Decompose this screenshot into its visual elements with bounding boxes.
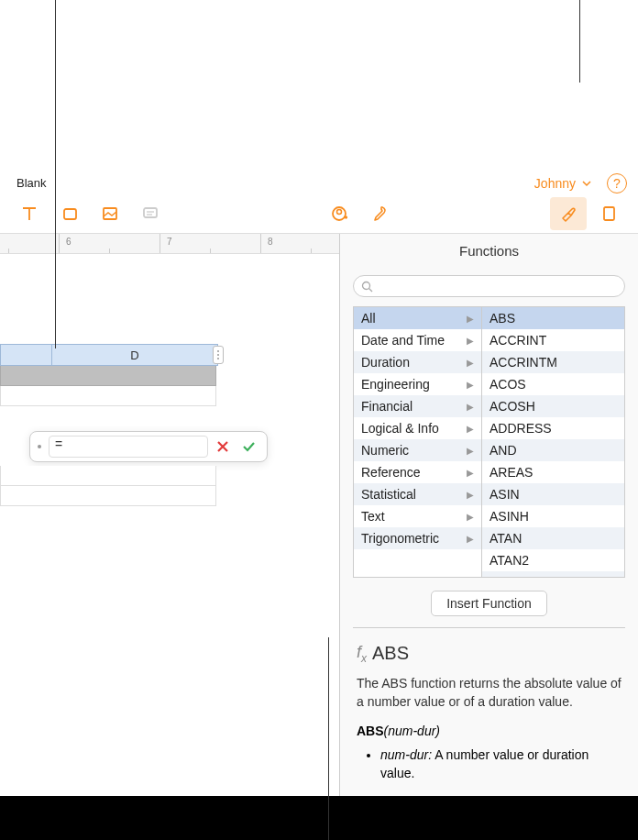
category-item[interactable]: Trigonometric▶ <box>354 527 481 549</box>
category-item[interactable]: Reference▶ <box>354 461 481 483</box>
category-item[interactable]: Date and Time▶ <box>354 329 481 351</box>
svg-rect-0 <box>64 209 76 219</box>
function-name-heading: ABS <box>372 643 409 664</box>
bottom-bar <box>0 796 638 840</box>
formula-handle-icon[interactable] <box>38 445 41 448</box>
formula-input[interactable]: = <box>49 436 208 458</box>
ruler-mark: 8 <box>268 237 273 247</box>
category-item[interactable]: Text▶ <box>354 505 481 527</box>
arrow-right-icon: ▶ <box>467 336 474 346</box>
category-item[interactable]: Financial▶ <box>354 395 481 417</box>
table-row[interactable] <box>0 486 216 506</box>
user-section: Johnny ? <box>534 173 627 193</box>
arrow-right-icon: ▶ <box>467 446 474 456</box>
arrow-right-icon: ▶ <box>467 380 474 390</box>
category-list: All▶ Date and Time▶ Duration▶ Engineerin… <box>354 307 482 577</box>
arrow-right-icon: ▶ <box>467 468 474 478</box>
confirm-button[interactable] <box>237 436 259 458</box>
arrow-right-icon: ▶ <box>467 402 474 412</box>
table: D <box>0 344 218 406</box>
function-item[interactable]: ATANH <box>482 571 624 577</box>
function-list: ABS ACCRINT ACCRINTM ACOS ACOSH ADDRESS … <box>482 307 624 577</box>
functions-panel: Functions All▶ Date and Time▶ Duration▶ … <box>339 234 638 840</box>
document-title: Blank <box>16 176 47 190</box>
function-item[interactable]: ADDRESS <box>482 417 624 439</box>
insert-function-button[interactable]: Insert Function <box>431 591 547 616</box>
titlebar: Blank Johnny ? <box>0 171 638 193</box>
category-item[interactable]: Engineering▶ <box>354 373 481 395</box>
tools-button[interactable] <box>361 197 398 230</box>
category-item[interactable]: Statistical▶ <box>354 483 481 505</box>
arrow-right-icon: ▶ <box>467 490 474 500</box>
category-item[interactable]: Numeric▶ <box>354 439 481 461</box>
media-tool-button[interactable] <box>92 197 128 230</box>
document-options-button[interactable] <box>590 197 627 230</box>
category-item[interactable]: All▶ <box>354 307 481 329</box>
category-item[interactable]: Duration▶ <box>354 351 481 373</box>
column-label: D <box>130 348 138 362</box>
fx-icon: fx <box>357 643 367 665</box>
category-item[interactable]: Logical & Info▶ <box>354 417 481 439</box>
function-item[interactable]: ACOSH <box>482 395 624 417</box>
table-rows-below <box>0 466 216 506</box>
function-item[interactable]: AREAS <box>482 461 624 483</box>
callout-line <box>328 637 329 840</box>
svg-point-6 <box>337 209 342 214</box>
sheet-area: 6 7 8 D = <box>0 234 339 840</box>
search-input[interactable] <box>353 275 625 297</box>
parameter-item: num-dur: A number value or duration valu… <box>380 746 622 783</box>
question-icon: ? <box>613 176 621 191</box>
table-row[interactable] <box>0 466 216 486</box>
chevron-down-icon[interactable] <box>581 178 592 189</box>
content-area: 6 7 8 D = <box>0 234 638 840</box>
function-item[interactable]: ASINH <box>482 505 624 527</box>
function-item[interactable]: ABS <box>482 307 624 329</box>
column-resize-handle[interactable] <box>213 346 224 364</box>
search-icon <box>361 281 373 293</box>
table-row[interactable] <box>0 386 216 406</box>
function-item[interactable]: ASIN <box>482 483 624 505</box>
arrow-right-icon: ▶ <box>467 534 474 544</box>
table-header-row[interactable] <box>0 366 216 386</box>
column-header[interactable]: D <box>51 344 218 366</box>
comment-tool-button[interactable] <box>132 197 169 230</box>
svg-point-10 <box>363 282 370 289</box>
cancel-button[interactable] <box>212 436 234 458</box>
ruler-mark: 7 <box>167 237 172 247</box>
ruler-mark: 6 <box>66 237 72 247</box>
svg-rect-9 <box>604 207 614 220</box>
shape-tool-button[interactable] <box>51 197 88 230</box>
svg-rect-2 <box>144 208 157 217</box>
function-item[interactable]: ATAN <box>482 527 624 549</box>
format-brush-button[interactable] <box>550 197 587 230</box>
username-label[interactable]: Johnny <box>534 176 576 191</box>
help-button[interactable]: ? <box>607 173 627 193</box>
function-item[interactable]: ACCRINTM <box>482 351 624 373</box>
callout-line <box>55 0 56 348</box>
formula-editor: = <box>29 431 268 462</box>
function-item[interactable]: ACOS <box>482 373 624 395</box>
function-browser: All▶ Date and Time▶ Duration▶ Engineerin… <box>353 306 625 578</box>
arrow-right-icon: ▶ <box>467 358 474 368</box>
arrow-right-icon: ▶ <box>467 314 474 324</box>
arrow-right-icon: ▶ <box>467 424 474 434</box>
callout-line <box>579 0 580 83</box>
function-item[interactable]: ATAN2 <box>482 549 624 571</box>
function-item[interactable]: ACCRINT <box>482 329 624 351</box>
text-tool-button[interactable] <box>11 197 48 230</box>
function-syntax: ABS(num-dur) <box>357 724 622 738</box>
svg-line-11 <box>369 288 373 292</box>
function-detail: fx ABS The ABS function returns the abso… <box>340 628 638 798</box>
panel-title: Functions <box>340 234 638 268</box>
toolbar <box>0 193 638 234</box>
ruler: 6 7 8 <box>0 234 339 254</box>
top-margin-area <box>0 0 638 85</box>
arrow-right-icon: ▶ <box>467 512 474 522</box>
function-item[interactable]: AND <box>482 439 624 461</box>
function-description: The ABS function returns the absolute va… <box>357 674 622 712</box>
column-header-spacer[interactable] <box>0 344 51 366</box>
collab-button[interactable] <box>321 197 358 230</box>
